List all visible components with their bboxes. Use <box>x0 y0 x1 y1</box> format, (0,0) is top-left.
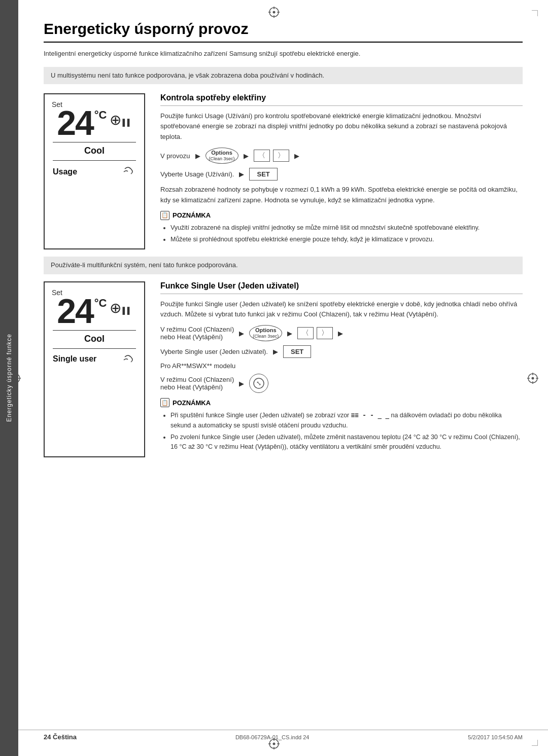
ar-model-label: Pro AR**MSWX** modelu <box>160 362 523 370</box>
note-body-1: Využití zobrazené na displeji vnitřní je… <box>160 223 523 245</box>
fan-icon-2: ⊕ <box>110 300 121 316</box>
temp-degree-1: °C <box>94 109 107 122</box>
nav-left-2[interactable]: 〈 <box>297 327 314 339</box>
step1-arrow2: ▶ <box>244 152 249 160</box>
note-box-2: 📋 POZNÁMKA Při spuštění funkce Single us… <box>160 398 523 452</box>
main-content: Energeticky úsporný provoz Inteligentní … <box>18 0 548 756</box>
step1-arrow: ▶ <box>195 152 200 160</box>
step1-arrow3: ▶ <box>294 152 299 160</box>
info-bar-2: Používáte-li multifunkční systém, není t… <box>44 257 523 274</box>
section-2-body: Použijte funkci Single user (Jeden uživa… <box>160 299 523 320</box>
step1-arrow-2c: ▶ <box>338 330 343 337</box>
step1-arrow-2a: ▶ <box>239 330 244 337</box>
single-user-label: Single user <box>53 354 96 364</box>
step1-arrow-2b: ▶ <box>287 330 292 337</box>
svg-text:⤡: ⤡ <box>256 380 261 387</box>
footer-page-label: 24 Čeština <box>44 733 77 741</box>
step1-prefix-2: V režimu Cool (Chlazení)nebo Heat (Vytáp… <box>160 326 234 341</box>
signal-bars-1: ▌▌ <box>122 119 131 126</box>
temp-degree-2: °C <box>94 297 107 310</box>
sidebar: Energeticky úsporné funkce <box>0 0 18 756</box>
set-label-1: Set <box>52 100 62 109</box>
wind-icon-1 <box>123 165 136 179</box>
info-bar-1: U multisystému není tato funkce podporov… <box>44 67 523 84</box>
note-icon-2: 📋 <box>160 398 169 407</box>
note-box-1: 📋 POZNÁMKA Využití zobrazené na displeji… <box>160 211 523 245</box>
step2-row-2: Vyberte Single user (Jeden uživatel). ▶ … <box>160 345 523 358</box>
bottom-row-2: Single user <box>53 348 136 366</box>
range-text: Rozsah zobrazené hodnoty se pohybuje v r… <box>160 185 523 206</box>
step1-row-2: V režimu Cool (Chlazení)nebo Heat (Vytáp… <box>160 325 523 341</box>
options-button-1[interactable]: Options (Clean 3sec) <box>206 148 238 164</box>
sidebar-label: Energeticky úsporné funkce <box>6 334 13 422</box>
section-2-content: Funkce Single User (Jeden uživatel) Použ… <box>160 281 523 457</box>
note-item-1-1: Můžete si prohlédnout spotřebu elektrick… <box>170 235 523 244</box>
nav-right-2[interactable]: 〉 <box>317 327 333 339</box>
section-2-title: Funkce Single User (Jeden uživatel) <box>160 281 523 294</box>
temp-display-2: 24 °C ⊕ ▌▌ <box>53 294 136 328</box>
note-item-2-0: Při spuštění funkce Single user (Jeden u… <box>170 410 523 430</box>
svg-point-1 <box>273 11 276 14</box>
display-panel-2: Set 24 °C ⊕ ▌▌ Cool Single user <box>44 281 145 457</box>
bottom-row-1: Usage <box>53 160 136 179</box>
nav-right-1[interactable]: 〉 <box>273 150 289 162</box>
nav-left-1[interactable]: 〈 <box>254 150 270 162</box>
set-label-2: Set <box>52 289 62 297</box>
note-item-2-1: Po zvolení funkce Single user (Jeden uži… <box>170 433 523 452</box>
options-button-2[interactable]: Options (Clean 3sec) <box>249 325 282 341</box>
section-1-content: Kontrola spotřeby elektřiny Použijte fun… <box>160 93 523 250</box>
svg-point-13 <box>532 377 534 379</box>
intro-text: Inteligentní energeticky úsporné funkce … <box>44 49 523 59</box>
page-footer: 24 Čeština DB68-06729A-01_CS.indd 24 5/2… <box>18 730 548 741</box>
note-header-1: 📋 POZNÁMKA <box>160 211 523 220</box>
temp-number-2: 24 <box>57 294 93 328</box>
mode-label-2: Cool <box>53 330 136 344</box>
step2-arrow: ▶ <box>239 170 244 178</box>
set-button-1[interactable]: SET <box>249 168 277 181</box>
ar-model-section: Pro AR**MSWX** modelu V režimu Cool (Chl… <box>160 362 523 393</box>
note-item-1-0: Využití zobrazené na displeji vnitřní je… <box>170 223 523 233</box>
step2-row: Vyberte Usage (Užívání). ▶ SET <box>160 168 523 181</box>
note-header-text-1: POZNÁMKA <box>173 211 211 219</box>
temp-display-1: 24 °C ⊕ ▌▌ <box>53 105 136 140</box>
special-symbol-button[interactable]: ⤡ <box>249 374 268 393</box>
mode-label-1: Cool <box>53 142 136 156</box>
temp-number-1: 24 <box>57 105 93 140</box>
svg-point-19 <box>273 743 276 745</box>
note-body-2: Při spuštění funkce Single user (Jeden u… <box>160 410 523 452</box>
note-header-text-2: POZNÁMKA <box>173 399 211 407</box>
set-button-2[interactable]: SET <box>283 345 311 358</box>
signal-bars-2: ▌▌ <box>122 307 131 314</box>
display-panel-1: Set 24 °C ⊕ ▌▌ Cool Usage <box>44 93 145 250</box>
ar-step-arrow: ▶ <box>239 380 244 387</box>
footer-timestamp: 5/2/2017 10:54:50 AM <box>468 734 523 740</box>
section-1-body: Použijte funkci Usage (Užívání) pro kont… <box>160 111 523 142</box>
footer-doc-id: DB68-06729A-01_CS.indd 24 <box>235 734 310 740</box>
step2-arrow-2: ▶ <box>273 348 278 355</box>
note-header-2: 📋 POZNÁMKA <box>160 398 523 407</box>
wind-icon-2 <box>123 353 136 366</box>
fan-icon-1: ⊕ <box>110 112 121 128</box>
section-1-title: Kontrola spotřeby elektřiny <box>160 93 523 106</box>
usage-label: Usage <box>53 167 77 176</box>
step2-prefix-2: Vyberte Single user (Jeden uživatel). <box>160 348 268 355</box>
note-icon-1: 📋 <box>160 211 169 220</box>
step2-prefix: Vyberte Usage (Užívání). <box>160 170 234 178</box>
top-crosshair <box>268 6 280 18</box>
ar-step-prefix: V režimu Cool (Chlazení)nebo Heat (Vytáp… <box>160 376 234 391</box>
step1-row: V provozu ▶ Options (Clean 3sec) ▶ 〈 〉 ▶ <box>160 148 523 164</box>
section-1: Set 24 °C ⊕ ▌▌ Cool Usage Kontrola spo <box>44 93 523 250</box>
ar-step-row: V režimu Cool (Chlazení)nebo Heat (Vytáp… <box>160 374 523 393</box>
corner-mark-tr <box>532 10 538 16</box>
page-title: Energeticky úsporný provoz <box>44 20 523 43</box>
step1-prefix: V provozu <box>160 152 190 160</box>
right-crosshair <box>527 372 539 384</box>
section-2: Set 24 °C ⊕ ▌▌ Cool Single user Funkce <box>44 281 523 457</box>
